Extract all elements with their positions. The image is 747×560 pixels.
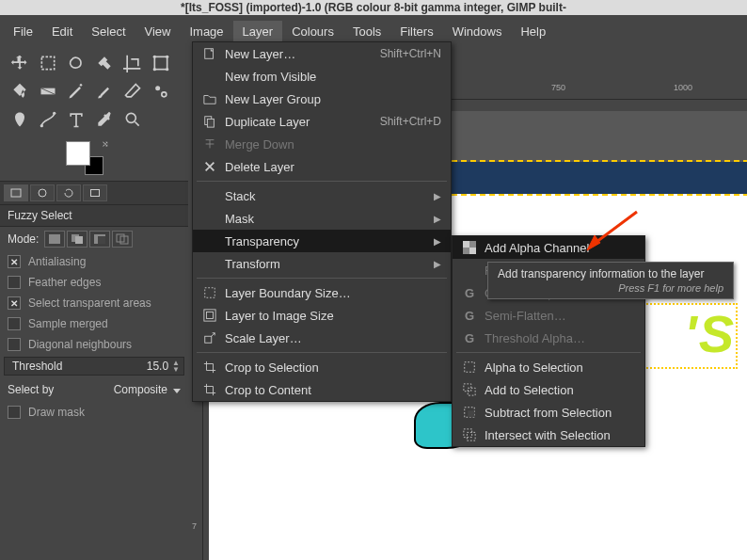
menu-select[interactable]: Select bbox=[82, 21, 135, 42]
svg-rect-36 bbox=[468, 410, 474, 417]
mode-replace[interactable] bbox=[44, 231, 65, 248]
menu-item-merge-down: Merge Down bbox=[193, 133, 451, 155]
threshold-label: Threshold bbox=[12, 360, 62, 373]
menu-item-mask[interactable]: Mask▶ bbox=[193, 207, 451, 230]
bucket-tool-icon[interactable] bbox=[6, 77, 34, 105]
selsub-icon bbox=[462, 405, 477, 420]
menu-file[interactable]: File bbox=[4, 21, 42, 42]
folder-icon bbox=[202, 91, 217, 106]
blank-icon bbox=[202, 211, 217, 226]
checkbox-icon[interactable] bbox=[8, 276, 21, 289]
opt-sample-merged[interactable]: Sample merged bbox=[0, 313, 188, 334]
clone-tool-icon[interactable] bbox=[147, 77, 175, 105]
free-select-tool-icon[interactable] bbox=[62, 49, 90, 77]
seladd-icon bbox=[462, 382, 477, 397]
menu-item-crop-to-selection[interactable]: Crop to Selection bbox=[193, 356, 451, 378]
transform-tool-icon[interactable] bbox=[147, 49, 175, 77]
menu-item-label: New Layer Group bbox=[225, 92, 441, 106]
svg-rect-32 bbox=[465, 362, 475, 373]
mode-subtract[interactable] bbox=[89, 231, 110, 248]
menu-item-alpha-to-selection[interactable]: Alpha to Selection bbox=[453, 356, 644, 378]
tab-images[interactable] bbox=[83, 184, 107, 201]
menu-item-layer-boundary-size[interactable]: Layer Boundary Size… bbox=[193, 281, 451, 304]
menu-item-new-from-visible[interactable]: New from Visible bbox=[193, 65, 451, 88]
svg-point-3 bbox=[166, 56, 168, 58]
menu-item-new-layer-group[interactable]: New Layer Group bbox=[193, 88, 451, 110]
mode-intersect[interactable] bbox=[112, 231, 133, 248]
opt-transparent[interactable]: Select transparent areas bbox=[0, 293, 188, 313]
threshold-spinner[interactable]: Threshold 15.0▲▼ bbox=[4, 357, 184, 376]
eraser-tool-icon[interactable] bbox=[119, 77, 147, 105]
blank-icon bbox=[202, 233, 217, 248]
color-swatch[interactable]: ⤭ bbox=[66, 141, 103, 175]
threshold-value[interactable]: 15.0 bbox=[147, 360, 168, 373]
menu-layer[interactable]: Layer bbox=[233, 21, 283, 42]
tab-device[interactable] bbox=[30, 184, 55, 201]
smudge-tool-icon[interactable] bbox=[6, 105, 34, 134]
menu-item-scale-layer[interactable]: Scale Layer… bbox=[193, 327, 451, 349]
menu-image[interactable]: Image bbox=[180, 21, 232, 42]
fuzzy-select-tool-icon[interactable] bbox=[90, 49, 119, 77]
checkbox-icon[interactable] bbox=[8, 338, 21, 351]
rect-select-tool-icon[interactable] bbox=[34, 49, 62, 77]
menu-help[interactable]: Help bbox=[511, 21, 555, 42]
g-icon: G bbox=[462, 285, 477, 300]
menu-item-layer-to-image-size[interactable]: Layer to Image Size bbox=[193, 304, 451, 327]
menu-filters[interactable]: Filters bbox=[390, 21, 442, 42]
pencil-tool-icon[interactable] bbox=[62, 77, 90, 105]
menu-item-label: Layer Boundary Size… bbox=[225, 286, 441, 300]
menu-item-stack[interactable]: Stack▶ bbox=[193, 184, 451, 207]
color-picker-tool-icon[interactable] bbox=[90, 105, 119, 134]
mode-add[interactable] bbox=[67, 231, 87, 248]
menu-item-transparency[interactable]: Transparency▶ bbox=[193, 230, 451, 252]
menu-view[interactable]: View bbox=[135, 21, 181, 42]
menu-item-transform[interactable]: Transform▶ bbox=[193, 252, 451, 275]
menu-item-label: Delete Layer bbox=[225, 160, 441, 174]
menu-item-crop-to-content[interactable]: Crop to Content bbox=[193, 378, 451, 401]
checkbox-icon[interactable] bbox=[8, 317, 21, 330]
svg-point-4 bbox=[153, 68, 156, 71]
selection-marquee bbox=[644, 303, 738, 369]
text-tool-icon[interactable] bbox=[62, 105, 90, 134]
checkbox-icon[interactable] bbox=[8, 255, 21, 268]
swap-colors-icon[interactable]: ⤭ bbox=[102, 139, 109, 149]
checkbox-icon[interactable] bbox=[8, 296, 21, 310]
menu-item-semi-flatten: GSemi-Flatten… bbox=[453, 304, 644, 327]
brush-tool-icon[interactable] bbox=[90, 77, 119, 105]
menu-item-new-layer[interactable]: New Layer…Shift+Ctrl+N bbox=[193, 42, 451, 65]
spinner-arrows-icon[interactable]: ▲▼ bbox=[172, 360, 180, 373]
svg-rect-28 bbox=[205, 336, 212, 343]
menu-item-label: Transform bbox=[225, 257, 426, 271]
tooltip-text: Add transparency information to the laye… bbox=[498, 267, 723, 280]
zoom-tool-icon[interactable] bbox=[119, 105, 147, 134]
opt-label: Diagonal neighbours bbox=[28, 338, 132, 351]
mode-row: Mode: bbox=[0, 227, 188, 251]
menu-item-intersect-with-selection[interactable]: Intersect with Selection bbox=[453, 424, 644, 446]
menu-colours[interactable]: Colours bbox=[282, 21, 343, 42]
menu-edit[interactable]: Edit bbox=[42, 21, 82, 42]
crop-tool-icon[interactable] bbox=[119, 49, 147, 77]
opt-drawmask[interactable]: Draw mask bbox=[0, 402, 188, 423]
gradient-tool-icon[interactable] bbox=[34, 77, 62, 105]
fg-color[interactable] bbox=[66, 141, 90, 166]
menu-item-delete-layer[interactable]: Delete Layer bbox=[193, 155, 451, 178]
svg-point-9 bbox=[40, 124, 43, 127]
checkbox-icon[interactable] bbox=[8, 406, 21, 419]
menu-item-duplicate-layer[interactable]: Duplicate LayerShift+Ctrl+D bbox=[193, 110, 451, 133]
tab-history[interactable] bbox=[56, 184, 81, 201]
menu-item-add-to-selection[interactable]: Add to Selection bbox=[453, 378, 644, 401]
move-tool-icon[interactable] bbox=[6, 49, 34, 77]
selectby-dropdown[interactable]: Composite bbox=[114, 383, 181, 396]
opt-diagonal[interactable]: Diagonal neighbours bbox=[0, 334, 188, 355]
path-tool-icon[interactable] bbox=[34, 105, 62, 134]
opt-feather[interactable]: Feather edges bbox=[0, 272, 188, 293]
menu-item-subtract-from-selection[interactable]: Subtract from Selection bbox=[453, 401, 644, 424]
opt-antialiasing[interactable]: Antialiasing bbox=[0, 251, 188, 272]
tool-options-title: Fuzzy Select bbox=[0, 205, 188, 227]
tab-tool-options[interactable] bbox=[4, 184, 28, 201]
menu-tools[interactable]: Tools bbox=[343, 21, 390, 42]
menu-windows[interactable]: Windows bbox=[443, 21, 512, 42]
menu-item-label: Semi-Flatten… bbox=[485, 309, 635, 323]
menu-shortcut: Shift+Ctrl+N bbox=[380, 47, 441, 60]
toolbox bbox=[0, 41, 188, 137]
